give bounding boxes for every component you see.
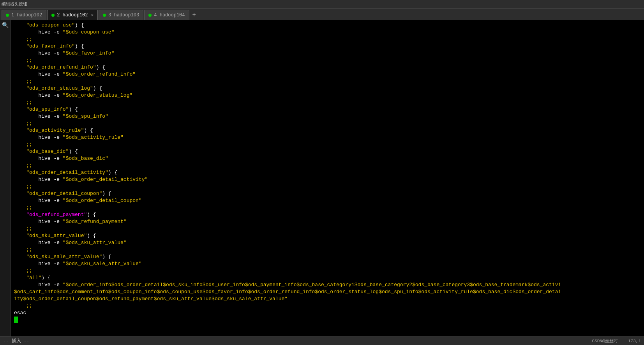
- code-line-36: ;;: [11, 267, 644, 274]
- code-line-35: hive -e "$ods_sku_sale_attr_value": [11, 260, 644, 267]
- status-bar: -- 插入 -- CSDN@丝丝吋 173,1: [0, 336, 644, 345]
- code-line-17: hive -e "$ods_activity_rule": [11, 134, 644, 141]
- tab-4-dot: [148, 14, 152, 17]
- new-tab-button[interactable]: +: [190, 10, 198, 20]
- tab-3-dot: [103, 14, 106, 17]
- code-line-31: "ods_sku_attr_value") {: [11, 232, 644, 239]
- code-line-21: ;;: [11, 162, 644, 169]
- cursor-block: [14, 317, 18, 323]
- code-line-3: ;;: [11, 36, 644, 43]
- code-line-13: "ods_spu_info") {: [11, 106, 644, 113]
- editor-mode: -- 插入 --: [3, 338, 29, 344]
- code-line-8: hive -e "$ods_order_refund_info": [11, 71, 644, 78]
- left-gutter: 🔍: [0, 20, 11, 336]
- code-line-1: "ods_coupon_use") {: [11, 22, 644, 29]
- cursor-position: 173,1: [628, 339, 641, 343]
- code-line-16: "ods_activity_rule") {: [11, 127, 644, 134]
- tab-3[interactable]: 3 hadoop103: [99, 10, 143, 20]
- code-line-26: hive -e "$ods_order_detail_coupon": [11, 197, 644, 204]
- code-line-29: hive -e "$ods_refund_payment": [11, 218, 644, 225]
- code-line-6: ;;: [11, 57, 644, 64]
- code-line-14: hive -e "$ods_spu_info": [11, 113, 644, 120]
- code-line-33: ;;: [11, 246, 644, 253]
- code-line-34: "ods_sku_sale_attr_value") {: [11, 253, 644, 260]
- code-line-43: [11, 317, 644, 324]
- tab-1-dot: [6, 14, 9, 17]
- code-line-15: ;;: [11, 120, 644, 127]
- code-line-2: hive -e "$ods_coupon_use": [11, 29, 644, 36]
- code-line-22: "ods_order_detail_activity") {: [11, 169, 644, 176]
- tab-1-label: 1 hadoop102: [11, 12, 42, 18]
- code-line-10: "ods_order_status_log") {: [11, 85, 644, 92]
- tab-2-close[interactable]: ✕: [91, 12, 94, 18]
- title-bar-text: 编辑器头按钮: [2, 1, 27, 7]
- code-line-9: ;;: [11, 78, 644, 85]
- search-icon[interactable]: 🔍: [2, 22, 9, 28]
- tab-2-label: 2 hadoop102: [57, 12, 88, 18]
- code-line-5: hive -e "$ods_favor_info": [11, 50, 644, 57]
- tab-2[interactable]: 2 hadoop102 ✕: [47, 10, 98, 20]
- code-line-23: hive -e "$ods_order_detail_activity": [11, 176, 644, 183]
- code-line-38: hive -e "$ods_order_info$ods_order_detai…: [11, 281, 644, 288]
- status-left: -- 插入 --: [3, 338, 29, 344]
- code-line-20: hive -e "$ods_base_dic": [11, 155, 644, 162]
- tab-2-dot: [51, 14, 55, 17]
- status-right: CSDN@丝丝吋 173,1: [592, 338, 641, 344]
- code-line-27: ;;: [11, 204, 644, 211]
- code-line-37: "all") {: [11, 274, 644, 281]
- editor-container: 🔍 "ods_coupon_use") { hive -e "$ods_coup…: [0, 20, 644, 336]
- tab-4-label: 4 hadoop104: [154, 12, 185, 18]
- code-line-25: "ods_order_detail_coupon") {: [11, 190, 644, 197]
- code-line-42: esac: [11, 310, 644, 317]
- tab-bar: 1 hadoop102 2 hadoop102 ✕ 3 hadoop103 4 …: [0, 9, 644, 20]
- code-line-18: ;;: [11, 141, 644, 148]
- code-line-24: ;;: [11, 183, 644, 190]
- tab-3-label: 3 hadoop103: [108, 12, 139, 18]
- code-area[interactable]: "ods_coupon_use") { hive -e "$ods_coupon…: [11, 20, 644, 336]
- code-line-30: ;;: [11, 225, 644, 232]
- title-bar: 编辑器头按钮: [0, 0, 644, 9]
- code-line-41: ;;: [11, 303, 644, 310]
- code-line-32: hive -e "$ods_sku_attr_value": [11, 239, 644, 246]
- code-line-40: ity$ods_order_detail_coupon$ods_refund_p…: [11, 295, 644, 303]
- tab-1[interactable]: 1 hadoop102: [2, 10, 46, 20]
- code-line-7: "ods_order_refund_info") {: [11, 64, 644, 71]
- code-line-28: "ods_refund_payment") {: [11, 211, 644, 218]
- code-line-19: "ods_base_dic") {: [11, 148, 644, 155]
- code-line-12: ;;: [11, 99, 644, 106]
- code-line-39: $ods_cart_info$ods_comment_info$ods_coup…: [11, 288, 644, 295]
- brand-label: CSDN@丝丝吋: [592, 339, 618, 343]
- tab-4[interactable]: 4 hadoop104: [144, 10, 189, 20]
- code-line-4: "ods_favor_info") {: [11, 43, 644, 50]
- code-line-11: hive -e "$ods_order_status_log": [11, 92, 644, 99]
